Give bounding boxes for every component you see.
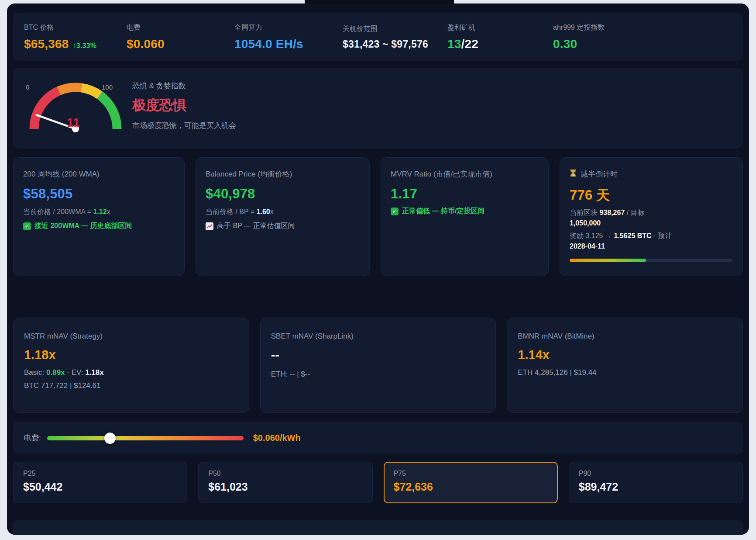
card-balanced-price: Balanced Price (均衡价格) $40,978 当前价格 / BP … (196, 157, 370, 276)
halving-block-line: 当前区块 938,267 / 目标 (570, 208, 733, 217)
percentile-card-p75-selected[interactable]: P75 $72,636 (384, 462, 558, 503)
halving-date-line: 2028-04-11 (570, 242, 733, 251)
percentile-label: P75 (394, 470, 548, 478)
stat-value: $31,423 ~ $97,576 (343, 38, 447, 50)
price-change-badge: ↑3.33% (73, 42, 97, 49)
stat-label: 全网算力 (234, 23, 343, 32)
card-value: $58,505 (23, 186, 175, 202)
stat-label: 盈利矿机 (447, 23, 553, 32)
card-note: 高于 BP — 正常估值区间 (206, 222, 360, 231)
card-ratio-line: 当前价格 / BP = 1.60x (206, 208, 360, 217)
card-title: BMNR mNAV (BitMine) (518, 332, 732, 341)
halving-progress-fill (570, 259, 646, 262)
stat-label: 关机价范围 (343, 24, 447, 34)
percentile-label: P90 (579, 470, 733, 478)
electricity-slider-track[interactable] (47, 436, 244, 440)
halving-progress-bar (570, 259, 732, 262)
percentile-value: $72,636 (394, 481, 548, 493)
card-title: SBET mNAV (SharpLink) (271, 332, 485, 341)
card-value: -- (271, 348, 485, 362)
card-mvrv: MVRV Ratio (市值/已实现市值) 1.17 ✓正常偏低 — 持币/定投… (381, 157, 549, 276)
card-title: 200 周均线 (200 WMA) (23, 169, 175, 179)
card-title: MSTR mNAV (Strategy) (24, 332, 238, 341)
gauge-min-label: 0 (26, 83, 29, 91)
card-value: 776 天 (570, 186, 733, 204)
card-title: MVRV Ratio (市值/已实现市值) (391, 169, 539, 179)
fear-greed-status: 极度恐惧 (132, 96, 236, 114)
card-note: ✓接近 200WMA — 历史底部区间 (23, 222, 175, 231)
card-title: Balanced Price (均衡价格) (206, 169, 360, 179)
card-mstr-mnav: MSTR mNAV (Strategy) 1.18x Basic: 0.89x … (13, 318, 249, 413)
percentile-card-p90[interactable]: P90 $89,472 (569, 462, 743, 503)
check-icon: ✓ (23, 222, 31, 230)
mstr-basic-ev-line: Basic: 0.89x · EV: 1.18x (24, 368, 238, 377)
card-value: 1.18x (24, 348, 238, 362)
halving-target-line: 1,050,000 (570, 219, 733, 228)
card-sbet-mnav: SBET mNAV (SharpLink) -- ETH: -- | $-- (260, 318, 496, 413)
electricity-slider-value: $0.060/kWh (253, 433, 301, 443)
percentile-label: P25 (23, 470, 177, 478)
card-bmnr-mnav: BMNR mNAV (BitMine) 1.14x ETH 4,285,126 … (507, 318, 743, 413)
electricity-slider-thumb[interactable] (104, 433, 116, 444)
stat-label: 电费 (127, 23, 234, 32)
percentile-label: P50 (208, 470, 362, 478)
bmnr-holdings-line: ETH 4,285,126 | $19.44 (518, 368, 732, 377)
card-title: 减半倒计时 (570, 169, 733, 179)
card-value: 1.14x (518, 348, 732, 362)
check-icon: ✓ (391, 208, 399, 215)
top-stats-bar: BTC 价格 $65,368↑3.33% 电费 $0.060 全网算力 1054… (13, 13, 743, 61)
electricity-slider-panel: 电费: $0.060/kWh (13, 422, 743, 454)
mstr-holdings-line: BTC 717,722 | $124.61 (24, 381, 238, 390)
stat-value: 0.30 (553, 37, 743, 51)
card-value: 1.17 (391, 186, 539, 202)
stat-btc-price: BTC 价格 $65,368↑3.33% (24, 23, 127, 51)
card-ratio-line: 当前价格 / 200WMA = 1.12x (23, 208, 175, 217)
gauge-value: 11 (67, 116, 80, 130)
card-200wma: 200 周均线 (200 WMA) $58,505 当前价格 / 200WMA … (13, 157, 185, 276)
percentile-card-p50[interactable]: P50 $61,023 (198, 462, 372, 503)
stat-label: BTC 价格 (24, 23, 127, 32)
metric-cards-row: 200 周均线 (200 WMA) $58,505 当前价格 / 200WMA … (13, 157, 743, 276)
fear-greed-description: 市场极度恐慌，可能是买入机会 (132, 121, 236, 131)
stat-electricity: 电费 $0.060 (127, 23, 234, 51)
hourglass-icon (570, 169, 577, 179)
percentile-value: $89,472 (579, 481, 733, 493)
fear-greed-title: 恐惧 & 贪婪指数 (132, 81, 236, 91)
sbet-holdings-line: ETH: -- | $-- (271, 370, 485, 379)
card-note: ✓正常偏低 — 持币/定投区间 (391, 207, 539, 216)
stat-profitable-miners: 盈利矿机 13/22 (447, 23, 553, 51)
mnav-cards-row: MSTR mNAV (Strategy) 1.18x Basic: 0.89x … (13, 318, 743, 413)
stat-value: 13/22 (447, 37, 553, 51)
stat-hashrate: 全网算力 1054.0 EH/s (234, 23, 343, 51)
fear-greed-gauge: 0 100 11 (24, 71, 127, 137)
percentile-value: $61,023 (208, 481, 362, 493)
card-value: $40,978 (206, 186, 360, 202)
percentile-card-p25[interactable]: P25 $50,442 (13, 462, 187, 503)
stat-shutdown-range: 关机价范围 $31,423 ~ $97,576 (343, 24, 447, 50)
percentile-value: $50,442 (23, 481, 177, 493)
halving-reward-line: 奖励 3.125 → 1.5625 BTC · 预计 (570, 232, 733, 240)
next-panel-sliver (13, 520, 743, 535)
stat-value: $0.060 (127, 37, 234, 51)
stat-label: ahr999 定投指数 (553, 23, 743, 32)
chart-up-icon (206, 222, 213, 230)
fear-greed-text: 恐惧 & 贪婪指数 极度恐惧 市场极度恐慌，可能是买入机会 (132, 81, 236, 131)
fear-greed-panel: 0 100 11 恐惧 & 贪婪指数 极度恐惧 市场极度恐慌，可能是买入机会 (13, 68, 743, 149)
stat-value: $65,368↑3.33% (24, 37, 127, 51)
stat-value: 1054.0 EH/s (234, 37, 343, 51)
stat-ahr999: ahr999 定投指数 0.30 (553, 23, 743, 51)
card-halving-countdown: 减半倒计时 776 天 当前区块 938,267 / 目标 1,050,000 … (560, 157, 743, 276)
percentile-cards-row: P25 $50,442 P50 $61,023 P75 $72,636 P90 … (13, 462, 743, 503)
electricity-slider-label: 电费: (24, 433, 41, 443)
dashboard-container: BTC 价格 $65,368↑3.33% 电费 $0.060 全网算力 1054… (7, 3, 749, 535)
gauge-max-label: 100 (102, 83, 113, 91)
